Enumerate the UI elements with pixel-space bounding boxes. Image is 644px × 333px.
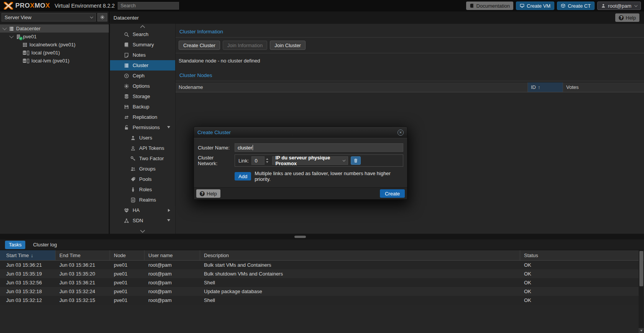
column-header-description[interactable]: Description xyxy=(200,250,520,260)
expander-icon[interactable] xyxy=(9,34,13,38)
column-header-node[interactable]: Node xyxy=(110,250,145,260)
documentation-button[interactable]: Documentation xyxy=(466,2,513,10)
cluster-toolbar: Create Cluster Join Information Join Clu… xyxy=(176,38,644,53)
tree-item-local-storage[interactable]: local (pve01) xyxy=(0,49,109,57)
join-cluster-button[interactable]: Join Cluster xyxy=(270,41,306,50)
scroll-down-arrow[interactable] xyxy=(639,328,644,333)
address-book-icon xyxy=(130,197,136,203)
nav-item-ceph[interactable]: Ceph xyxy=(110,71,175,81)
status-badge: OK xyxy=(520,287,644,296)
view-selector[interactable]: Server View xyxy=(2,13,96,21)
tree-item-localnetwork[interactable]: localnetwork (pve01) xyxy=(0,41,109,49)
cluster-network-label: Cluster Network: xyxy=(198,155,235,166)
delete-link-button[interactable] xyxy=(351,156,361,165)
spinner-up-icon[interactable] xyxy=(266,158,268,160)
table-row[interactable]: Jun 03 15:36:21Jun 03 15:36:21pve01root@… xyxy=(0,261,644,269)
expand-arrow-icon[interactable] xyxy=(168,209,170,212)
scroll-down-icon[interactable] xyxy=(110,228,175,234)
nav-item-storage[interactable]: Storage xyxy=(110,91,175,102)
nav-item-summary[interactable]: Summary xyxy=(110,39,175,50)
nav-item-options[interactable]: Options xyxy=(110,81,175,91)
dialog-create-button[interactable]: Create xyxy=(380,189,405,198)
nav-item-groups[interactable]: Groups xyxy=(110,164,175,174)
tasks-table-header: Start Time End Time Node User name Descr… xyxy=(0,250,644,261)
add-link-button[interactable]: Add xyxy=(235,172,251,180)
tasks-panel: Tasks Cluster log Start Time End Time No… xyxy=(0,239,644,333)
nav-item-notes[interactable]: Notes xyxy=(110,50,175,60)
nav-item-sdn[interactable]: SDN xyxy=(110,215,175,226)
app-header: PROXMOX Virtual Environment 8.2.2 Docume… xyxy=(0,0,644,11)
proxmox-logo-icon xyxy=(4,2,13,10)
sort-ascending-icon xyxy=(536,84,540,90)
nav-item-users[interactable]: Users xyxy=(110,133,175,143)
nav-item-realms[interactable]: Realms xyxy=(110,195,175,205)
cluster-nodes-title: Cluster Nodes xyxy=(176,69,644,81)
table-row[interactable]: Jun 03 15:32:56Jun 03 15:36:21pve01root@… xyxy=(0,278,644,287)
join-information-button[interactable]: Join Information xyxy=(223,41,268,50)
scroll-up-icon[interactable] xyxy=(110,24,175,29)
user-icon xyxy=(601,3,606,8)
column-header-id[interactable]: ID xyxy=(528,82,563,92)
splitter-handle[interactable] xyxy=(294,236,306,238)
collapse-arrow-icon[interactable] xyxy=(167,126,170,128)
global-search-input[interactable] xyxy=(118,2,179,10)
nav-item-backup[interactable]: Backup xyxy=(110,102,175,112)
help-button[interactable]: Help xyxy=(615,13,639,22)
cluster-nodes-table-header: Nodename ID Votes xyxy=(176,82,644,92)
server-icon xyxy=(9,26,14,31)
nav-item-ha[interactable]: HA xyxy=(110,205,175,215)
tab-tasks[interactable]: Tasks xyxy=(5,241,25,249)
dialog-help-button[interactable]: Help xyxy=(196,189,220,198)
nav-item-cluster[interactable]: Cluster xyxy=(110,60,175,71)
chevron-down-icon xyxy=(90,15,93,18)
scrollbar-thumb[interactable] xyxy=(639,251,643,286)
link-number-spinner[interactable] xyxy=(264,156,269,165)
column-header-status[interactable]: Status xyxy=(520,250,644,260)
nav-item-two-factor[interactable]: Two Factor xyxy=(110,153,175,164)
gear-icon xyxy=(100,15,105,20)
create-vm-button[interactable]: Create VM xyxy=(516,2,554,10)
heartbeat-icon xyxy=(124,208,129,213)
tab-cluster-log[interactable]: Cluster log xyxy=(29,241,61,249)
cluster-name-label: Cluster Name: xyxy=(198,145,235,151)
dialog-header[interactable]: Create Cluster xyxy=(194,127,407,138)
tree-item-local-lvm-storage[interactable]: local-lvm (pve01) xyxy=(0,57,109,65)
nav-item-search[interactable]: Search xyxy=(110,29,175,39)
collapse-arrow-icon[interactable] xyxy=(167,219,170,221)
create-cluster-button[interactable]: Create Cluster xyxy=(179,41,220,50)
cluster-name-input[interactable]: cluster xyxy=(235,143,403,152)
link-number-input[interactable]: 0 xyxy=(251,156,264,165)
book-icon xyxy=(124,42,129,48)
table-row[interactable]: Jun 03 15:32:12Jun 03 15:32:15pve01root@… xyxy=(0,296,644,305)
nav-item-replication[interactable]: Replication xyxy=(110,112,175,122)
search-icon xyxy=(124,32,129,37)
create-ct-button[interactable]: Create CT xyxy=(557,2,595,10)
vertical-scrollbar[interactable] xyxy=(639,250,644,333)
nav-item-pools[interactable]: Pools xyxy=(110,174,175,184)
tree-item-datacenter[interactable]: Datacenter xyxy=(0,25,109,33)
spinner-down-icon[interactable] xyxy=(266,161,268,163)
ceph-icon xyxy=(124,73,129,79)
header-actions: Documentation Create VM Create CT root@p… xyxy=(466,2,641,10)
user-menu-button[interactable]: root@pam xyxy=(597,2,641,10)
column-header-end-time[interactable]: End Time xyxy=(56,250,110,260)
view-settings-button[interactable] xyxy=(97,13,107,21)
tree-item-pve01[interactable]: pve01 xyxy=(0,33,109,41)
close-icon[interactable] xyxy=(398,130,404,136)
cluster-icon xyxy=(124,63,129,68)
nav-item-permissions[interactable]: Permissions xyxy=(110,122,175,133)
storage-icon xyxy=(22,50,30,56)
nav-item-roles[interactable]: Roles xyxy=(110,184,175,195)
expander-icon[interactable] xyxy=(2,26,7,30)
nav-item-api-tokens[interactable]: API Tokens xyxy=(110,143,175,153)
column-header-user-name[interactable]: User name xyxy=(145,250,200,260)
table-row[interactable]: Jun 03 15:32:18Jun 03 15:32:24pve01root@… xyxy=(0,287,644,296)
column-header-nodename[interactable]: Nodename xyxy=(176,82,528,92)
status-badge: OK xyxy=(520,269,644,278)
horizontal-splitter[interactable] xyxy=(0,234,644,239)
proxmox-logo: PROXMOX Virtual Environment 8.2.2 xyxy=(4,2,115,10)
link-address-select[interactable]: IP du serveur physique Proxmox xyxy=(272,156,348,165)
table-row[interactable]: Jun 03 15:35:19Jun 03 15:35:20pve01root@… xyxy=(0,269,644,278)
column-header-start-time[interactable]: Start Time xyxy=(0,250,56,260)
column-header-votes[interactable]: Votes xyxy=(563,82,644,92)
